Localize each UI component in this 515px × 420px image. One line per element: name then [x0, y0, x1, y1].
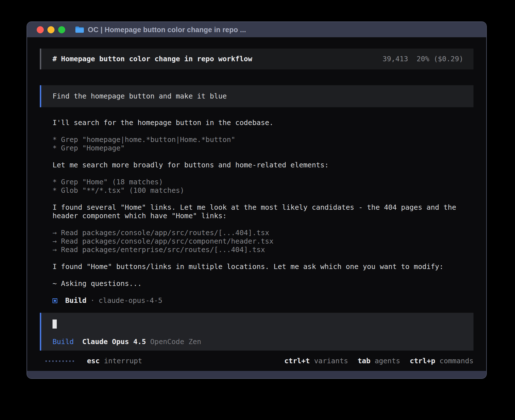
- window-title: OC | Homepage button color change in rep…: [88, 26, 246, 34]
- zoom-button[interactable]: [58, 26, 65, 33]
- transcript-line: [53, 195, 473, 203]
- shortcut-hint: ctrl+t variants: [284, 357, 348, 365]
- transcript-line: [53, 271, 473, 279]
- traffic-lights: [37, 26, 65, 33]
- spinner-dot: [52, 360, 54, 362]
- session-header: # Homepage button color change in repo w…: [40, 49, 473, 69]
- transcript-line: * Grep "Home" (18 matches): [53, 178, 473, 186]
- spinner-dot: [66, 360, 67, 362]
- spinner-dot: [59, 360, 60, 362]
- window-bottom-bar: [27, 371, 486, 378]
- spinner-dot: [56, 360, 57, 362]
- esc-key-label: interrupt: [104, 357, 142, 365]
- agent-build-icon: [53, 298, 57, 303]
- spinner-dot: [73, 360, 74, 362]
- spinner-dot: [69, 360, 71, 362]
- session-view: # Homepage button color change in repo w…: [27, 37, 486, 371]
- shortcut-key: ctrl+p: [410, 357, 435, 365]
- shortcut-label: agents: [375, 357, 400, 365]
- transcript-line: [53, 220, 473, 229]
- transcript-line: header component which have "Home" links…: [53, 212, 473, 220]
- context-cost: 20% ($0.29): [416, 55, 463, 63]
- transcript-line: I found "Home" buttons/links in multiple…: [53, 262, 473, 271]
- session-title: # Homepage button color change in repo w…: [53, 55, 252, 63]
- transcript-line: * Glob "**/*.tsx" (100 matches): [53, 186, 473, 195]
- shortcut-key: tab: [358, 357, 370, 365]
- shortcut-hint: tab agents: [358, 357, 400, 365]
- prompt-input[interactable]: Build Claude Opus 4.5 OpenCode Zen: [40, 313, 473, 351]
- spinner-dot: [62, 360, 64, 362]
- transcript-line: [53, 127, 473, 135]
- transcript-line: ~ Asking questions...: [53, 279, 473, 288]
- spinner-dot: [45, 360, 47, 362]
- footer-left: esc interrupt: [45, 357, 142, 365]
- input-provider-name: OpenCode Zen: [150, 338, 201, 346]
- transcript-line: [53, 254, 473, 262]
- assistant-transcript: I'll search for the homepage button in t…: [53, 119, 473, 296]
- esc-key-hint: esc: [87, 357, 100, 365]
- transcript-line: → Read packages/console/app/src/componen…: [53, 237, 473, 246]
- terminal-window: OC | Homepage button color change in rep…: [27, 22, 486, 378]
- minimize-button[interactable]: [47, 26, 54, 33]
- title-bar[interactable]: OC | Homepage button color change in rep…: [27, 22, 486, 37]
- transcript-line: [53, 288, 473, 296]
- agent-name: Build: [65, 296, 86, 305]
- transcript-line: → Read packages/console/app/src/routes/[…: [53, 229, 473, 237]
- token-count: 39,413: [383, 55, 408, 63]
- shortcut-hint: ctrl+p commands: [410, 357, 473, 365]
- session-stats: 39,413 20% ($0.29): [383, 55, 463, 63]
- text-cursor: [53, 320, 57, 329]
- transcript-line: * Grep "homepage|home.*button|Home.*butt…: [53, 135, 473, 144]
- shortcut-key: ctrl+t: [284, 357, 310, 365]
- separator-dot: ·: [90, 296, 95, 305]
- transcript-line: [53, 169, 473, 178]
- user-message-text: Find the homepage button and make it blu…: [53, 92, 227, 100]
- transcript-line: [53, 152, 473, 161]
- user-message: Find the homepage button and make it blu…: [40, 85, 473, 107]
- close-button[interactable]: [37, 26, 44, 33]
- activity-spinner: [45, 360, 74, 362]
- transcript-line: I found several "Home" links. Let me loo…: [53, 203, 473, 212]
- transcript-line: Let me search more broadly for buttons a…: [53, 161, 473, 169]
- transcript-line: I'll search for the homepage button in t…: [53, 119, 473, 127]
- spinner-dot: [49, 360, 50, 362]
- status-footer: esc interrupt ctrl+t variants tab agents: [40, 357, 473, 365]
- shortcut-label: variants: [314, 357, 348, 365]
- model-id: claude-opus-4-5: [99, 296, 162, 305]
- input-status-bar: Build Claude Opus 4.5 OpenCode Zen: [53, 338, 463, 346]
- folder-icon: [75, 26, 84, 34]
- input-agent-mode[interactable]: Build: [53, 338, 74, 346]
- agent-status-line: Build · claude-opus-4-5: [53, 296, 473, 305]
- transcript-line: * Grep "Homepage": [53, 144, 473, 152]
- shortcut-label: commands: [440, 357, 473, 365]
- footer-shortcuts: ctrl+t variants tab agents ctrl+p comman…: [275, 357, 473, 365]
- input-model-name[interactable]: Claude Opus 4.5: [82, 338, 146, 346]
- transcript-line: → Read packages/enterprise/src/routes/[.…: [53, 246, 473, 254]
